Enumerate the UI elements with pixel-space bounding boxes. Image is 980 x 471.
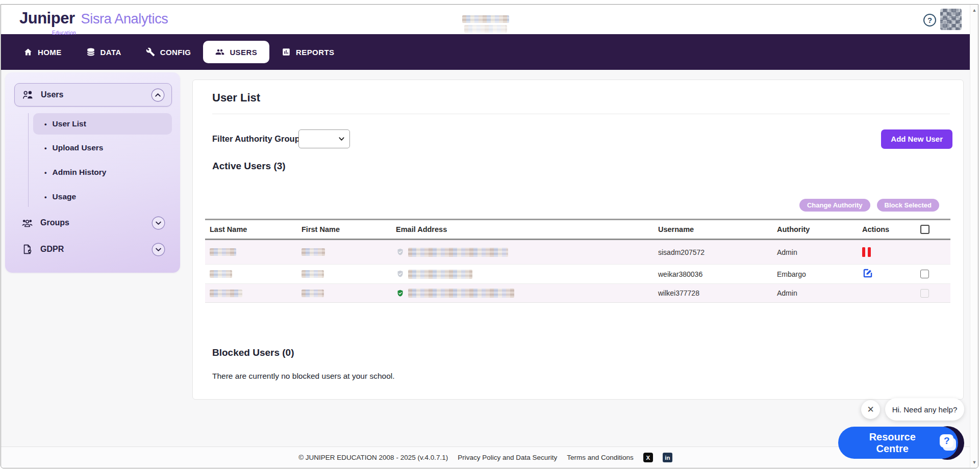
sidebar: Users • User List • Upload Users • (5, 72, 180, 273)
nav-reports[interactable]: REPORTS (269, 41, 346, 63)
email-redacted (408, 270, 472, 279)
groups-icon (21, 217, 34, 228)
resource-centre-button[interactable]: Resource Centre ? (838, 427, 958, 459)
blocked-users-empty-text: There are currently no blocked users at … (212, 372, 395, 381)
first-name-redacted (301, 270, 324, 278)
nav-users-label: USERS (230, 48, 257, 57)
nav-config-label: CONFIG (160, 48, 191, 57)
resource-centre-label: Resource Centre (854, 431, 931, 455)
school-name-redacted-line2 (464, 25, 507, 33)
last-name-redacted (210, 248, 236, 256)
scroll-up-icon[interactable]: ▲ (970, 6, 978, 14)
sidebar-groups-label: Groups (40, 218, 69, 227)
table-header-row: Last Name First Name Email Address Usern… (205, 220, 950, 240)
school-name-redacted (462, 15, 509, 23)
nav-data-label: DATA (100, 48, 121, 57)
active-users-heading: Active Users (3) (212, 161, 286, 172)
sidebar-item-admin-history[interactable]: • Admin History (33, 165, 172, 180)
primary-nav: HOME DATA CONFIG USERS REPORTS (1, 34, 970, 70)
sidebar-item-label: User List (53, 119, 86, 128)
linkedin-icon[interactable]: in (663, 453, 672, 462)
privacy-policy-link[interactable]: Privacy Policy and Data Security (458, 454, 557, 461)
row-checkbox[interactable] (920, 270, 929, 278)
chevron-down-icon[interactable] (152, 243, 165, 256)
nav-reports-label: REPORTS (296, 48, 334, 57)
bullet-icon: • (44, 144, 47, 152)
sidebar-section-users[interactable]: Users (14, 83, 172, 107)
copyright-text: © JUNIPER EDUCATION 2008 - 2025 (v.4.0.7… (298, 454, 448, 461)
change-authority-button[interactable]: Change Authority (799, 199, 870, 212)
home-icon (23, 47, 33, 57)
chat-close-button[interactable]: ✕ (861, 400, 880, 419)
col-email: Email Address (396, 225, 658, 233)
terms-link[interactable]: Terms and Conditions (567, 454, 634, 461)
bullet-icon: • (44, 120, 47, 128)
reports-icon (282, 47, 291, 57)
page-body: Users • User List • Upload Users • (1, 70, 970, 468)
authority-group-select[interactable] (298, 129, 350, 148)
authority-cell: Admin (777, 248, 862, 256)
top-header: Juniper Education Sisra Analytics ? (1, 5, 970, 34)
sidebar-item-user-list[interactable]: • User List (33, 113, 172, 135)
scroll-down-icon[interactable]: ▼ (970, 458, 978, 466)
chevron-up-icon[interactable] (151, 88, 165, 102)
help-icon[interactable]: ? (923, 14, 936, 27)
x-social-icon[interactable]: X (643, 453, 653, 462)
chevron-down-icon (338, 136, 345, 142)
sidebar-item-usage[interactable]: • Usage (33, 189, 172, 204)
page-footer: © JUNIPER EDUCATION 2008 - 2025 (v.4.0.7… (1, 447, 970, 468)
gdpr-document-icon (21, 244, 34, 255)
first-name-redacted (301, 290, 324, 297)
page-title: User List (212, 91, 260, 104)
product-name: Sisra Analytics (81, 11, 168, 27)
sidebar-section-groups[interactable]: Groups (14, 213, 172, 233)
sidebar-tree-connector (28, 113, 29, 207)
username-cell: sisadm207572 (658, 248, 777, 256)
col-actions: Actions (862, 225, 920, 233)
row-checkbox-disabled (920, 289, 929, 298)
nav-data[interactable]: DATA (74, 41, 134, 63)
bullet-icon: • (44, 169, 47, 176)
nav-home[interactable]: HOME (11, 41, 74, 63)
table-row: wilkei377728 Admin (205, 283, 950, 303)
select-all-checkbox[interactable] (920, 225, 929, 234)
brand-name: Juniper (19, 9, 74, 28)
add-new-user-button[interactable]: Add New User (881, 129, 952, 149)
chat-greeting-text: Hi. Need any help? (892, 405, 958, 414)
last-name-redacted (210, 270, 232, 278)
sidebar-gdpr-label: GDPR (40, 245, 64, 254)
bullet-icon: • (44, 193, 47, 201)
active-users-table: Last Name First Name Email Address Usern… (205, 219, 950, 303)
pause-icon[interactable] (862, 247, 920, 257)
sidebar-item-upload-users[interactable]: • Upload Users (33, 140, 172, 155)
avatar[interactable] (940, 9, 962, 30)
sidebar-section-gdpr[interactable]: GDPR (14, 239, 172, 259)
first-name-redacted (301, 248, 325, 256)
app-root: Juniper Education Sisra Analytics ? HOME (1, 5, 970, 468)
email-redacted (408, 289, 514, 298)
chat-greeting-bubble[interactable]: Hi. Need any help? (885, 398, 964, 421)
main-panel: User List Filter Authority Group by: Add… (192, 80, 964, 400)
sidebar-item-label: Usage (53, 192, 77, 201)
help-chat-icon: ? (939, 433, 958, 453)
chevron-down-icon[interactable] (152, 216, 165, 230)
shield-check-grey-icon (396, 270, 405, 278)
username-cell: weikar380036 (658, 270, 777, 278)
database-icon (86, 47, 95, 57)
vertical-scrollbar[interactable]: ▲ ▼ (970, 5, 978, 468)
col-first-name: First Name (301, 225, 396, 233)
sidebar-users-label: Users (41, 90, 63, 99)
blocked-users-heading: Blocked Users (0) (212, 347, 294, 358)
block-selected-button[interactable]: Block Selected (877, 199, 940, 212)
nav-config[interactable]: CONFIG (134, 41, 204, 63)
col-last-name: Last Name (210, 225, 301, 233)
authority-cell: Admin (777, 289, 862, 297)
juniper-logo[interactable]: Juniper Education Sisra Analytics (19, 9, 168, 28)
nav-users[interactable]: USERS (203, 41, 269, 63)
email-redacted (408, 248, 508, 257)
shield-check-green-icon (396, 289, 405, 298)
shield-check-grey-icon (396, 248, 405, 256)
edit-icon[interactable] (862, 272, 873, 280)
browser-page-frame: ▲ ▼ Juniper Education Sisra Analytics ? … (1, 4, 978, 468)
last-name-redacted (210, 290, 242, 297)
